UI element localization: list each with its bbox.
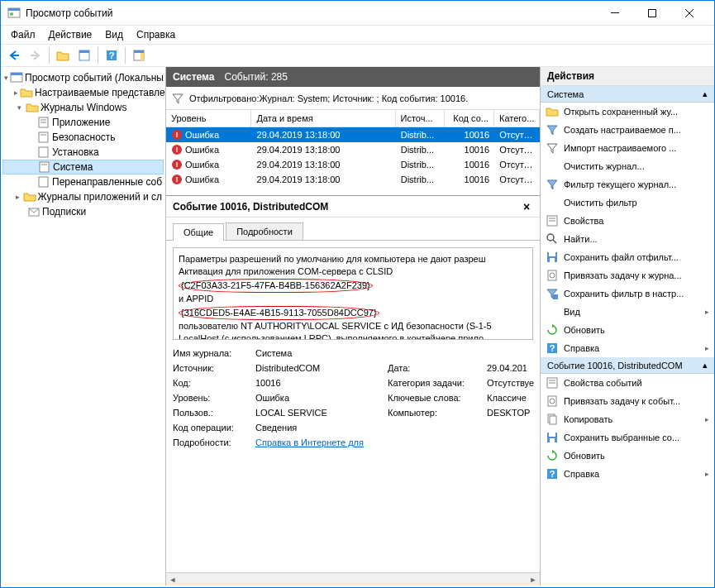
- horizontal-scrollbar[interactable]: ◄ ►: [166, 572, 540, 586]
- chevron-right-icon: ▸: [705, 308, 709, 316]
- action-item[interactable]: Сохранить выбранные со...: [541, 428, 714, 447]
- nav-tree: ▾ Просмотр событий (Локальны ▸ Настраива…: [1, 67, 166, 586]
- menu-file[interactable]: Файл: [4, 27, 42, 42]
- menubar: Файл Действие Вид Справка: [1, 26, 714, 44]
- tree-setup[interactable]: Установка: [2, 145, 164, 160]
- scroll-right-icon[interactable]: ►: [527, 573, 540, 586]
- action-item[interactable]: Очистить фильтр: [541, 194, 714, 212]
- svg-rect-21: [39, 132, 48, 142]
- filter-text: Отфильтровано:Журнал: System; Источник: …: [189, 93, 468, 103]
- log-icon: [37, 175, 50, 189]
- tree-security[interactable]: Безопасность: [2, 130, 164, 145]
- event-row[interactable]: !Ошибка 29.04.2019 13:18:00 Distrib... 1…: [166, 127, 540, 142]
- action-icon: [546, 232, 559, 246]
- action-item[interactable]: Сохранить фильтр в настр...: [541, 284, 714, 303]
- grid-header: Уровень Дата и время Источ... Код со... …: [166, 110, 540, 127]
- event-row[interactable]: !Ошибка 29.04.2019 13:18:00 Distrib... 1…: [166, 172, 540, 187]
- menu-help[interactable]: Справка: [130, 27, 182, 42]
- tree-subscriptions[interactable]: Подписки: [2, 204, 164, 219]
- event-row[interactable]: !Ошибка 29.04.2019 13:18:00 Distrib... 1…: [166, 157, 540, 172]
- tree-windows-logs[interactable]: ▾ Журналы Windows: [2, 100, 164, 115]
- action-item[interactable]: Обновить: [541, 321, 714, 339]
- scroll-left-icon[interactable]: ◄: [166, 573, 179, 586]
- maximize-button[interactable]: [633, 2, 670, 25]
- event-row[interactable]: !Ошибка 29.04.2019 13:18:00 Distrib... 1…: [166, 142, 540, 157]
- action-icon: ?: [546, 467, 559, 480]
- eventviewer-icon: [10, 71, 23, 84]
- action-item[interactable]: ?Справка▸: [541, 465, 714, 483]
- event-count: Событий: 285: [225, 71, 288, 83]
- action-item[interactable]: Сохранить файл отфильт...: [541, 248, 714, 266]
- back-button[interactable]: [4, 45, 24, 65]
- action-item[interactable]: Фильтр текущего журнал...: [541, 175, 714, 194]
- clsid-value: {C2F03A33-21F5-47FA-B4BB-156362A2F239}: [179, 279, 373, 293]
- action-item[interactable]: ?Справка▸: [541, 339, 714, 357]
- log-icon: [38, 160, 51, 174]
- tree-app-services[interactable]: ▸ Журналы приложений и сл: [2, 189, 164, 204]
- actions-section-system[interactable]: Система ▴: [541, 86, 714, 103]
- help-link[interactable]: Справка в Интернете для: [255, 437, 388, 447]
- action-item[interactable]: Вид▸: [541, 303, 714, 321]
- svg-text:!: !: [176, 146, 179, 154]
- menu-action[interactable]: Действие: [42, 27, 99, 42]
- tree-system[interactable]: Система: [2, 160, 164, 174]
- svg-text:?: ?: [550, 343, 555, 353]
- svg-rect-23: [39, 147, 48, 157]
- col-category[interactable]: Катего...: [494, 110, 540, 127]
- actions-section-event[interactable]: Событие 10016, DistributedCOM ▴: [541, 357, 714, 374]
- toolbar-pane-icon[interactable]: [129, 45, 149, 65]
- titlebar: Просмотр событий: [1, 1, 714, 26]
- action-icon: [546, 394, 559, 408]
- detail-title: Событие 10016, DistributedCOM: [173, 201, 328, 213]
- event-description: Параметры разрешений по умолчанию для ко…: [173, 247, 533, 340]
- tree-custom-views[interactable]: ▸ Настраиваемые представле: [2, 85, 164, 100]
- action-item[interactable]: Создать настраиваемое п...: [541, 121, 714, 139]
- tree-root[interactable]: ▾ Просмотр событий (Локальны: [2, 70, 164, 85]
- minimize-button[interactable]: [596, 2, 633, 25]
- action-icon: [546, 123, 559, 136]
- action-icon: [546, 178, 559, 191]
- menu-view[interactable]: Вид: [98, 27, 130, 42]
- forward-button[interactable]: [26, 45, 45, 65]
- action-item[interactable]: Копировать▸: [541, 410, 714, 428]
- expand-icon[interactable]: ▸: [14, 88, 18, 98]
- detail-close-icon[interactable]: ×: [520, 200, 533, 213]
- svg-text:?: ?: [109, 50, 115, 60]
- toolbar-properties-icon[interactable]: [74, 45, 94, 65]
- action-item[interactable]: Очистить журнал...: [541, 157, 714, 175]
- action-item[interactable]: Импорт настраиваемого ...: [541, 139, 714, 157]
- svg-rect-4: [648, 9, 655, 17]
- action-item[interactable]: Найти...: [541, 230, 714, 248]
- collapse-icon[interactable]: ▴: [703, 88, 708, 99]
- svg-line-40: [553, 240, 556, 243]
- detail-header: Событие 10016, DistributedCOM ×: [166, 196, 540, 218]
- tree-forwarded[interactable]: Перенаправленные соб: [2, 174, 164, 189]
- collapse-icon[interactable]: ▾: [14, 103, 24, 112]
- tab-general[interactable]: Общие: [173, 223, 224, 241]
- col-datetime[interactable]: Дата и время: [251, 110, 395, 127]
- action-item[interactable]: Привязать задачу к журна...: [541, 266, 714, 284]
- action-icon: [546, 269, 559, 282]
- toolbar-help-icon[interactable]: ?: [102, 45, 122, 65]
- chevron-right-icon: ▸: [705, 415, 709, 423]
- action-item[interactable]: Привязать задачу к событ...: [541, 392, 714, 410]
- action-item[interactable]: Открыть сохраненный жу...: [541, 103, 714, 121]
- svg-point-2: [10, 12, 13, 16]
- expand-icon[interactable]: ▸: [14, 192, 21, 202]
- col-code[interactable]: Код со...: [445, 110, 494, 127]
- action-item[interactable]: Обновить: [541, 447, 714, 465]
- toolbar-open-icon[interactable]: [53, 45, 73, 65]
- action-icon: ?: [546, 342, 559, 355]
- action-item[interactable]: Свойства событий: [541, 374, 714, 392]
- tab-details[interactable]: Подробности: [226, 222, 303, 240]
- col-source[interactable]: Источ...: [396, 110, 446, 127]
- collapse-icon[interactable]: ▾: [4, 73, 8, 83]
- detail-body: Параметры разрешений по умолчанию для ко…: [166, 241, 540, 572]
- grid-body[interactable]: !Ошибка 29.04.2019 13:18:00 Distrib... 1…: [166, 127, 540, 195]
- col-level[interactable]: Уровень: [166, 110, 251, 127]
- close-button[interactable]: [670, 2, 708, 25]
- action-item[interactable]: Свойства: [541, 212, 714, 230]
- tree-application[interactable]: Приложение: [2, 115, 164, 130]
- collapse-icon[interactable]: ▴: [703, 360, 708, 370]
- action-icon: [546, 431, 559, 444]
